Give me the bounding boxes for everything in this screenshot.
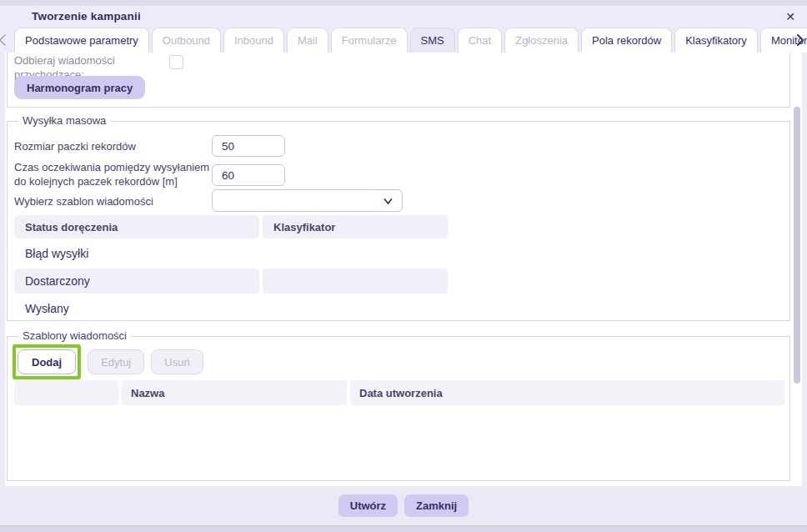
create-button[interactable]: Utwórz [338, 494, 398, 517]
klasyfikator-cell[interactable] [263, 241, 448, 266]
tab-klasyfikatory[interactable]: Klasyfikatory [674, 28, 758, 53]
column-header-nazwa: Nazwa [122, 380, 347, 405]
tab-zgloszenia: Zgłoszenia [504, 28, 579, 53]
page-title: Tworzenie kampanii [32, 10, 141, 23]
incoming-messages-section: Odbieraj wiadomości przychodzące: Harmon… [7, 53, 790, 108]
table-header-row: Status doręczenia Klasyfikator [14, 215, 448, 238]
table-row[interactable]: Błąd wysyłki [14, 241, 448, 266]
column-header-klasyfikator: Klasyfikator [263, 215, 448, 238]
close-icon[interactable]: ✕ [783, 9, 798, 24]
column-header-status: Status doręczenia [14, 215, 259, 238]
bulk-sending-section: Wysyłka masowa Rozmiar paczki rekordów C… [7, 121, 790, 321]
status-cell[interactable]: Wysłany [14, 296, 259, 321]
batch-size-label: Rozmiar paczki rekordów [14, 140, 136, 154]
message-templates-section: Szablony wiadomości Dodaj Edytuj Usuń Na… [7, 336, 790, 481]
chevron-down-icon [383, 196, 393, 207]
tab-bar: Podstawowe parametry Outbound Inbound Ma… [0, 28, 807, 53]
delete-template-button: Usuń [151, 349, 203, 374]
table-row[interactable]: Dostarczony [14, 269, 448, 294]
chevron-right-icon[interactable] [794, 33, 806, 48]
window-top-strip [0, 0, 807, 6]
status-cell[interactable]: Dostarczony [14, 269, 259, 294]
tab-content-sms: Odbieraj wiadomości przychodzące: Harmon… [5, 53, 802, 486]
incoming-messages-checkbox[interactable] [169, 55, 183, 69]
window-bottom-strip [0, 525, 807, 532]
dialog-footer: Utwórz Zamknij [0, 486, 807, 525]
table-row[interactable]: Wysłany [14, 296, 448, 321]
campaign-creation-dialog: Tworzenie kampanii ✕ Podstawowe parametr… [0, 0, 807, 532]
tab-inbound: Inbound [223, 28, 284, 53]
message-template-label: Wybierz szablon wiadomości [14, 195, 153, 209]
wait-time-label: Czas oczekiwania pomiędzy wysyłaniem do … [14, 161, 216, 189]
edit-template-button: Edytuj [88, 349, 144, 374]
batch-size-input[interactable] [212, 135, 285, 157]
tab-sms[interactable]: SMS [410, 28, 455, 53]
message-templates-legend: Szablony wiadomości [18, 329, 131, 342]
klasyfikator-cell[interactable] [263, 296, 448, 321]
dialog-title-bar: Tworzenie kampanii ✕ [0, 6, 807, 28]
message-template-select[interactable] [212, 189, 403, 212]
scrollbar-thumb[interactable] [794, 107, 800, 384]
templates-table-header-row: Nazwa Data utworzenia [14, 380, 784, 405]
klasyfikator-cell[interactable] [263, 269, 448, 294]
template-buttons-row: Dodaj Edytuj Usuń [13, 344, 210, 379]
vertical-scrollbar[interactable] [793, 53, 801, 486]
wait-time-input[interactable] [212, 164, 285, 186]
close-button[interactable]: Zamknij [404, 494, 469, 517]
work-schedule-button[interactable]: Harmonogram pracy [14, 76, 145, 99]
tab-mail: Mail [287, 28, 328, 53]
status-cell[interactable]: Błąd wysyłki [14, 241, 259, 266]
tab-pola-rekordow[interactable]: Pola rekordów [581, 28, 672, 53]
tab-podstawowe-parametry[interactable]: Podstawowe parametry [14, 28, 149, 53]
chevron-left-icon[interactable] [0, 33, 8, 48]
tab-chat: Chat [458, 28, 502, 53]
column-header-data-utworzenia: Data utworzenia [350, 380, 784, 405]
highlight-box: Dodaj [13, 344, 81, 379]
tab-formularze: Formularze [331, 28, 408, 53]
add-template-button[interactable]: Dodaj [18, 349, 76, 374]
bulk-sending-legend: Wysyłka masowa [18, 114, 110, 127]
delivery-status-table: Status doręczenia Klasyfikator Błąd wysy… [14, 215, 448, 324]
column-header-empty [14, 380, 118, 405]
tab-outbound: Outbound [152, 28, 221, 53]
